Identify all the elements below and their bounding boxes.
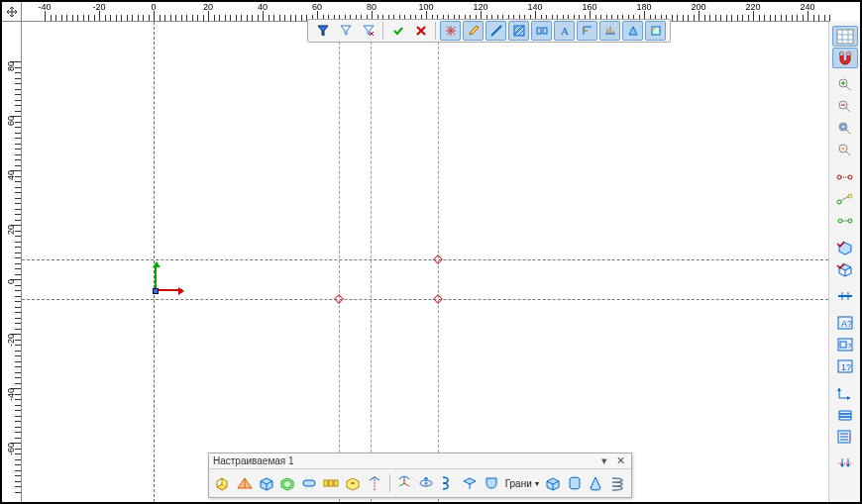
sweep-icon[interactable] bbox=[460, 472, 480, 494]
plane-icon[interactable] bbox=[832, 285, 858, 306]
snap-marker bbox=[433, 294, 443, 304]
svg-rect-1 bbox=[537, 28, 541, 34]
one-help-icon[interactable]: 1? bbox=[832, 355, 858, 376]
hatch-icon[interactable] bbox=[508, 21, 529, 41]
revolve-icon[interactable] bbox=[416, 472, 436, 494]
svg-text:1?: 1? bbox=[841, 362, 851, 372]
cylinder-primitive-icon[interactable] bbox=[565, 472, 585, 494]
svg-text:A?: A? bbox=[841, 319, 852, 329]
svg-rect-8 bbox=[847, 52, 850, 55]
filter-button[interactable] bbox=[335, 21, 356, 41]
slot-icon[interactable] bbox=[299, 472, 319, 494]
linear-pattern-icon[interactable] bbox=[321, 472, 341, 494]
svg-rect-2 bbox=[543, 28, 547, 34]
faces-dropdown[interactable]: Грани▾ bbox=[503, 472, 541, 494]
svg-rect-31 bbox=[329, 480, 333, 486]
box-icon[interactable] bbox=[257, 472, 276, 494]
snap-center-button[interactable] bbox=[440, 21, 461, 41]
align-down-icon[interactable] bbox=[832, 453, 858, 473]
dim-angle-icon[interactable] bbox=[832, 188, 858, 209]
text-icon[interactable]: A bbox=[554, 21, 575, 41]
snap-marker bbox=[433, 254, 443, 264]
svg-text:?: ? bbox=[847, 342, 852, 351]
svg-point-11 bbox=[839, 123, 847, 131]
ortho-icon[interactable] bbox=[577, 21, 597, 41]
svg-rect-7 bbox=[840, 52, 843, 55]
svg-rect-29 bbox=[303, 480, 315, 486]
extrude-icon[interactable] bbox=[213, 472, 233, 494]
dim-view-icon[interactable] bbox=[832, 210, 858, 231]
split-icon[interactable] bbox=[531, 21, 552, 41]
hole-icon[interactable] bbox=[343, 472, 363, 494]
validate-iso-icon[interactable] bbox=[832, 258, 858, 279]
loft-icon[interactable] bbox=[482, 472, 501, 494]
edge-icon[interactable] bbox=[485, 21, 506, 41]
svg-point-14 bbox=[841, 147, 844, 150]
svg-point-35 bbox=[425, 482, 428, 485]
axis-icon[interactable] bbox=[365, 472, 384, 494]
svg-rect-30 bbox=[324, 480, 328, 486]
grid-toggle-button[interactable] bbox=[832, 26, 858, 47]
floating-toolbar-title: Настраиваемая 1 bbox=[213, 455, 294, 466]
zoom-fit-button[interactable] bbox=[832, 140, 858, 160]
shell-icon[interactable] bbox=[277, 472, 297, 494]
coil-icon[interactable] bbox=[438, 472, 458, 494]
magnet-icon[interactable] bbox=[832, 48, 858, 68]
cross-section-icon[interactable] bbox=[235, 472, 255, 494]
offset-icon[interactable] bbox=[645, 21, 666, 41]
axis-gizmo bbox=[151, 252, 190, 291]
y-axis-arrow bbox=[155, 263, 157, 291]
triangle-icon[interactable] bbox=[622, 21, 643, 41]
zoom-out-button[interactable] bbox=[832, 96, 858, 117]
svg-point-5 bbox=[652, 28, 655, 31]
svg-rect-12 bbox=[841, 125, 845, 129]
svg-point-33 bbox=[351, 482, 355, 484]
x-axis-arrow bbox=[155, 289, 182, 291]
faces-dropdown-label: Грани bbox=[505, 478, 532, 489]
accept-button[interactable] bbox=[387, 21, 408, 41]
svg-point-16 bbox=[848, 175, 852, 179]
svg-point-15 bbox=[837, 175, 841, 179]
guide-line-v bbox=[339, 22, 340, 502]
text-help-icon[interactable]: A? bbox=[832, 312, 858, 333]
drawing-canvas[interactable] bbox=[22, 22, 828, 502]
list-dim-icon[interactable] bbox=[832, 426, 858, 447]
baseline-icon[interactable] bbox=[599, 21, 620, 41]
svg-rect-6 bbox=[837, 30, 853, 44]
rotate-axes-icon[interactable] bbox=[395, 472, 415, 494]
zoom-in-button[interactable] bbox=[832, 74, 858, 95]
layers-icon[interactable] bbox=[832, 404, 858, 425]
guide-line-h bbox=[22, 299, 828, 300]
spring-primitive-icon[interactable] bbox=[607, 472, 627, 494]
cancel-button[interactable] bbox=[410, 21, 431, 41]
rect-help-icon[interactable]: ? bbox=[832, 334, 858, 354]
zoom-window-button[interactable] bbox=[832, 118, 858, 139]
pencil-icon[interactable] bbox=[463, 21, 484, 41]
axis-line-v bbox=[154, 22, 155, 502]
svg-point-19 bbox=[838, 219, 842, 223]
coord-origin-icon[interactable] bbox=[832, 382, 858, 403]
validate-cube-icon[interactable] bbox=[832, 237, 858, 257]
snap-marker bbox=[334, 294, 344, 304]
floating-toolbar[interactable]: Настраиваемая 1 ▾ ✕ Грани▾ bbox=[208, 453, 632, 498]
svg-rect-32 bbox=[334, 480, 338, 486]
dim-linear-icon[interactable] bbox=[832, 166, 858, 187]
top-toolbar: A bbox=[307, 19, 671, 43]
right-toolbar: A? ? 1? bbox=[828, 22, 860, 502]
cube-primitive-icon[interactable] bbox=[543, 472, 563, 494]
vertical-ruler[interactable]: 806040200-20-40-60 bbox=[2, 22, 22, 502]
toolbar-close-button[interactable]: ✕ bbox=[613, 455, 627, 467]
svg-point-20 bbox=[848, 219, 852, 223]
cone-primitive-icon[interactable] bbox=[586, 472, 605, 494]
guide-line-h bbox=[22, 259, 828, 260]
guide-line-v bbox=[371, 22, 372, 502]
toolbar-menu-button[interactable]: ▾ bbox=[597, 455, 611, 467]
filter-down-button[interactable] bbox=[312, 21, 333, 41]
filter-clear-button[interactable] bbox=[358, 21, 378, 41]
floating-toolbar-titlebar[interactable]: Настраиваемая 1 ▾ ✕ bbox=[209, 454, 631, 469]
ruler-origin-toggle[interactable] bbox=[2, 2, 22, 22]
svg-text:A: A bbox=[561, 25, 569, 37]
